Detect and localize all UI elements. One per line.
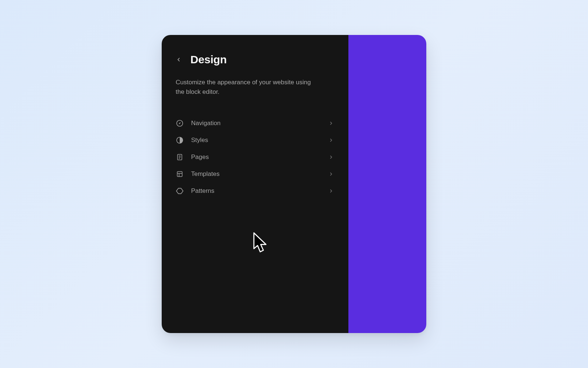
chevron-right-icon (328, 154, 334, 160)
menu-item-navigation[interactable]: Navigation (176, 115, 334, 132)
chevron-right-icon (328, 137, 334, 144)
layout-icon (176, 170, 184, 178)
cursor-icon (252, 232, 268, 254)
svg-rect-7 (177, 171, 182, 176)
menu-item-label: Styles (191, 137, 320, 144)
svg-marker-11 (254, 233, 266, 252)
half-circle-icon (176, 136, 184, 144)
sidebar-header: Design (176, 53, 334, 66)
menu-item-styles[interactable]: Styles (176, 132, 334, 149)
chevron-right-icon (328, 120, 334, 127)
menu-item-pages[interactable]: Pages (176, 149, 334, 166)
back-button[interactable] (173, 54, 184, 65)
menu-item-label: Navigation (191, 120, 320, 127)
preview-pane (348, 35, 426, 333)
panel-title: Design (190, 53, 227, 66)
compass-icon (176, 119, 184, 127)
chevron-right-icon (328, 171, 334, 177)
menu-item-label: Pages (191, 153, 320, 161)
chevron-left-icon (176, 57, 182, 63)
page-icon (176, 153, 184, 161)
panel-description: Customize the appearance of your website… (176, 78, 315, 97)
design-sidebar: Design Customize the appearance of your … (162, 35, 348, 333)
svg-marker-1 (179, 122, 181, 124)
diamond-icon (176, 187, 184, 195)
menu-item-patterns[interactable]: Patterns (176, 183, 334, 199)
chevron-right-icon (328, 188, 334, 194)
menu-item-label: Patterns (191, 187, 320, 195)
design-menu: Navigation Styles Pages (176, 115, 334, 199)
menu-item-templates[interactable]: Templates (176, 166, 334, 183)
svg-marker-10 (176, 188, 183, 194)
design-panel-card: Design Customize the appearance of your … (162, 35, 426, 333)
menu-item-label: Templates (191, 170, 320, 178)
